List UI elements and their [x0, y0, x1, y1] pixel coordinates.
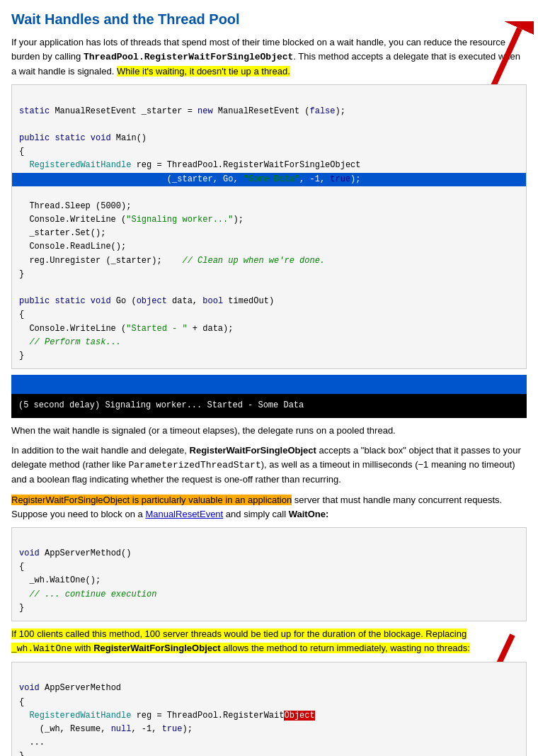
- code-block-1: static ManualResetEvent _starter = new M…: [11, 84, 527, 369]
- para4: RegisterWaitForSingleObject is particula…: [11, 493, 527, 521]
- para3-code: ParameterizedThreadStart: [128, 460, 261, 470]
- intro-code-1: ThreadPool.RegisterWaitForSingleObject: [84, 52, 293, 62]
- terminal-block: (5 second delay) Signaling worker... Sta…: [11, 375, 527, 418]
- intro-paragraph: If your application has lots of threads …: [11, 35, 527, 79]
- para2: When the wait handle is signaled (or a t…: [11, 424, 527, 438]
- para5-section: If 100 clients called this method, 100 s…: [11, 627, 527, 656]
- terminal-header: [11, 375, 527, 393]
- para3: In addition to the wait handle and deleg…: [11, 444, 527, 487]
- code-block-2: void AppServerMethod() { _wh.WaitOne(); …: [11, 527, 527, 621]
- para3-bold: RegisterWaitForSingleObject: [190, 445, 316, 456]
- para4-highlight: RegisterWaitForSingleObject is particula…: [11, 495, 292, 505]
- code-block-3: void AppServerMethod { RegisteredWaitHan…: [11, 662, 527, 756]
- terminal-line-1: (5 second delay): [18, 400, 100, 410]
- manual-reset-event-link[interactable]: ManualResetEvent: [145, 509, 223, 519]
- wait-one-text: WaitOne:: [289, 509, 329, 519]
- intro-section: If your application has lots of threads …: [11, 35, 527, 79]
- para5-highlight: If 100 clients called this method, 100 s…: [11, 628, 470, 653]
- terminal-line-3: Started - Some Data: [207, 400, 304, 410]
- terminal-line-2: Signaling worker...: [105, 400, 202, 410]
- page-title: Wait Handles and the Thread Pool: [11, 9, 527, 30]
- page-container: Wait Handles and the Thread Pool If your…: [11, 9, 527, 756]
- intro-highlight: While it's waiting, it doesn't tie up a …: [117, 66, 290, 77]
